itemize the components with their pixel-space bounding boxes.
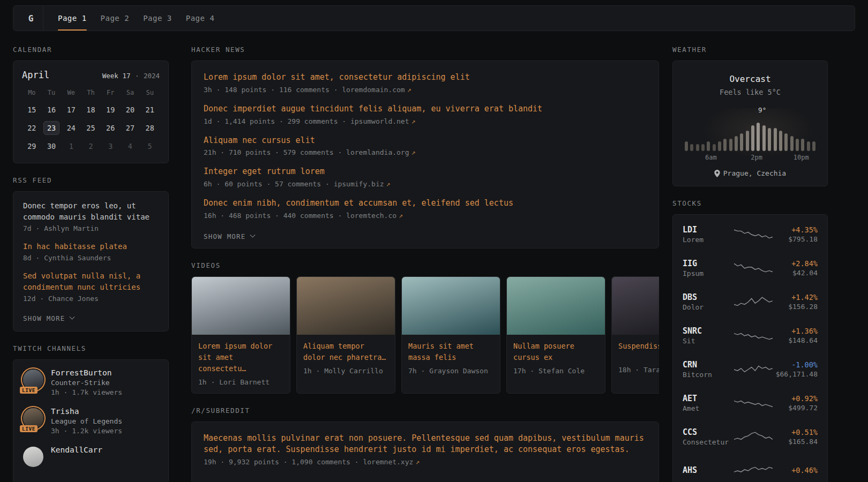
video-meta: 17h · Stefan Cole (513, 367, 598, 375)
video-title: Suspendisse diam (618, 341, 659, 362)
calendar-day: 28 (142, 121, 158, 135)
channel-info: ForrestBurton Counter-Strike 1h · 1.7k v… (51, 368, 122, 396)
calendar-day: 4 (122, 139, 138, 153)
stock-row[interactable]: CRN Bitcorn -1.00% $66,171.48 (683, 352, 818, 386)
calendar-day: 2 (83, 139, 99, 153)
video-card[interactable]: Mauris sit amet massa felis 7h · Grayson… (401, 276, 500, 394)
weather-peak-temp: 9° (758, 106, 766, 114)
hn-meta-text: 21h · 710 points · 579 comments · (204, 148, 342, 156)
stock-symbol: AET (683, 393, 734, 404)
nav-tab[interactable]: Page 4 (179, 6, 222, 31)
rss-item: In hac habitasse platea 8d · Cynthia Sau… (23, 241, 159, 262)
dashboard-content: CALENDAR April Week 17 · 2024 Mo Tu We T… (0, 31, 868, 482)
stock-sparkline (734, 329, 773, 343)
video-card[interactable]: Suspendisse diam 18h · Tara (611, 276, 659, 394)
channel-meta: 1h · 1.7k viewers (51, 388, 122, 396)
hn-domain-link[interactable]: loremlandia.org↗ (346, 148, 415, 156)
avatar (23, 447, 43, 467)
hn-item: Donec enim nibh, condimentum et accumsan… (204, 198, 647, 220)
subreddit-post-title-link[interactable]: Maecenas mollis pulvinar erat non posuer… (204, 433, 647, 456)
rss-show-more-button[interactable]: SHOW MORE (23, 314, 74, 322)
video-title: Aliquam tempor dolor nec pharetra… (303, 341, 388, 363)
weather-widget: Overcast Feels like 5°C 9° 6am 2pm 10pm (672, 61, 828, 186)
hn-domain-link[interactable]: ipsumify.biz↗ (334, 180, 391, 188)
nav-tab[interactable]: Page 1 (51, 6, 94, 31)
twitch-channel-row[interactable]: LIVE Trisha League of Legends 3h · 1.2k … (23, 407, 159, 435)
rss-item-title-link[interactable]: In hac habitasse platea (23, 241, 159, 252)
video-thumbnail (297, 277, 395, 335)
subreddit-domain-link[interactable]: loremnet.xyz↗ (363, 458, 420, 466)
stock-row[interactable]: DBS Dolor +1.42% $156.28 (683, 285, 818, 319)
nav-tabs: Page 1 Page 2 Page 3 Page 4 (51, 6, 221, 31)
stock-sparkline (734, 430, 773, 444)
nav-tab[interactable]: Page 3 (136, 6, 179, 31)
chevron-down-icon (250, 232, 255, 237)
hn-title-link[interactable]: Aliquam nec cursus elit (204, 135, 647, 147)
calendar-day: 21 (142, 103, 158, 117)
video-card[interactable]: Aliquam tempor dolor nec pharetra… 1h · … (296, 276, 395, 394)
hn-show-more-button[interactable]: SHOW MORE (204, 232, 255, 240)
stock-change: +1.36% (773, 326, 818, 336)
rss-item-meta: 7d · Ashlyn Martin (23, 224, 159, 232)
subreddit-domain-text: loremnet.xyz (363, 458, 413, 466)
channel-avatar (23, 447, 43, 467)
weather-time-label: 6am (705, 154, 717, 161)
videos-heading: VIDEOS (191, 261, 659, 269)
video-thumbnail (402, 277, 500, 335)
stock-price: $795.18 (773, 235, 818, 244)
hn-title-link[interactable]: Donec enim nibh, condimentum et accumsan… (204, 198, 647, 209)
weather-location-text: Prague, Czechia (723, 169, 786, 177)
stock-change: +0.46% (773, 465, 818, 476)
calendar-day-header: Tu (42, 89, 62, 99)
subreddit-post-meta: 19h · 9,932 points · 1,090 comments · lo… (204, 458, 647, 466)
hn-domain-text: loremlandia.org (346, 148, 409, 156)
hn-title-link[interactable]: Donec imperdiet augue tincidunt felis al… (204, 103, 647, 115)
stock-sparkline (734, 261, 773, 275)
external-link-icon: ↗ (399, 212, 403, 220)
stock-row[interactable]: CCS Consectetur +0.51% $165.84 (683, 420, 818, 454)
calendar-day-header: Mo (22, 89, 42, 99)
rss-item-title-link[interactable]: Sed volutpat nulla nisl, a condimentum n… (23, 270, 159, 293)
hacker-news-heading: HACKER NEWS (191, 46, 659, 54)
video-card[interactable]: Lorem ipsum dolor sit amet consectetu… 1… (191, 276, 290, 394)
video-thumbnail (507, 277, 605, 335)
stock-price: $499.72 (773, 404, 818, 413)
weather-heading: WEATHER (672, 46, 828, 54)
stocks-heading: STOCKS (672, 199, 828, 207)
nav-tab[interactable]: Page 2 (94, 6, 137, 31)
channel-name: ForrestBurton (51, 368, 122, 377)
twitch-channel-row[interactable]: LIVE ForrestBurton Counter-Strike 1h · 1… (23, 368, 159, 396)
external-link-icon: ↗ (411, 117, 416, 125)
stock-name: Amet (683, 404, 734, 413)
stock-values: +2.84% $42.04 (773, 259, 818, 278)
calendar-day: 1 (63, 139, 79, 153)
hn-domain-link[interactable]: loremdomain.com↗ (342, 86, 411, 94)
video-meta: 1h · Molly Carrillo (303, 367, 388, 375)
stock-row[interactable]: IIG Ipsum +2.84% $42.04 (683, 251, 818, 285)
calendar-day: 17 (63, 103, 79, 117)
hn-domain-link[interactable]: ipsumworld.net↗ (350, 117, 415, 125)
hn-domain-text: loremdomain.com (342, 86, 405, 94)
stock-id: CCS Consectetur (683, 427, 734, 447)
stock-row[interactable]: AET Amet +0.92% $499.72 (683, 386, 818, 420)
channel-name: KendallCarr (51, 446, 102, 454)
stock-symbol: AHS (683, 465, 734, 476)
stock-row[interactable]: AHS +0.46% (683, 454, 818, 482)
app-logo[interactable]: G (19, 6, 43, 31)
rss-item-title-link[interactable]: Donec tempor eros leo, ut commodo mauris… (23, 200, 159, 223)
hn-title-link[interactable]: Integer eget rutrum lorem (204, 166, 647, 178)
stock-change: -1.00% (773, 360, 818, 370)
stock-symbol: CRN (683, 359, 734, 371)
twitch-channel-row[interactable]: KendallCarr (23, 446, 159, 467)
stock-name: Dolor (683, 303, 734, 312)
hn-meta: 16h · 468 points · 440 comments · loremt… (204, 212, 647, 220)
video-card[interactable]: Nullam posuere cursus ex 17h · Stefan Co… (506, 276, 605, 394)
hn-title-link[interactable]: Lorem ipsum dolor sit amet, consectetur … (204, 72, 647, 84)
stock-row[interactable]: LDI Lorem +4.35% $795.18 (683, 217, 818, 251)
video-body: Nullam posuere cursus ex 17h · Stefan Co… (507, 335, 605, 382)
stock-row[interactable]: SNRC Sit +1.36% $148.64 (683, 319, 818, 352)
hn-domain-link[interactable]: loremtech.co↗ (346, 212, 403, 220)
stock-symbol: DBS (683, 292, 734, 303)
stock-name: Lorem (683, 236, 734, 245)
stock-price: $42.04 (773, 269, 818, 278)
